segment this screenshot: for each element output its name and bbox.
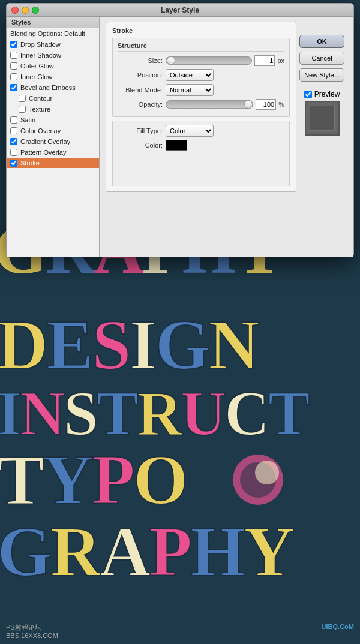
style-item-satin[interactable]: Satin [7, 115, 99, 125]
color-row: Color: [118, 140, 284, 151]
style-label: Gradient Overlay [20, 138, 70, 145]
fill-type-row: Fill Type: Color Gradient Pattern [118, 125, 284, 137]
style-label: Blending Options: Default [10, 30, 85, 37]
size-label: Size: [118, 57, 163, 64]
contour-checkbox[interactable] [19, 95, 26, 102]
style-label: Satin [20, 116, 35, 124]
position-select[interactable]: Outside Inside Center [166, 69, 214, 81]
opacity-input[interactable]: 100 [256, 99, 276, 110]
structure-box: Structure Size: 1 px Position: [112, 38, 290, 117]
style-label: Color Overlay [20, 127, 61, 134]
minimize-button[interactable] [22, 7, 29, 14]
bevel-emboss-checkbox[interactable] [10, 84, 17, 91]
blend-mode-select-wrapper: Normal Multiply Screen Overlay [166, 84, 214, 96]
action-buttons: OK Cancel New Style... Preview [299, 35, 344, 136]
pattern-overlay-checkbox[interactable] [10, 149, 17, 156]
style-label: Inner Glow [20, 73, 52, 80]
style-label: Bevel and Emboss [20, 84, 76, 91]
style-item-inner-glow[interactable]: Inner Glow [7, 71, 99, 82]
style-label: Drop Shadow [20, 41, 61, 48]
drop-shadow-checkbox[interactable] [10, 41, 17, 48]
typography-art: GRAPHY GRAPHY DESIGN INSTRUCT TYPO GRAPH… [0, 228, 360, 644]
stroke-section-title: Stroke [112, 27, 290, 34]
styles-panel: Styles Blending Options: Default Drop Sh… [7, 17, 100, 257]
position-label: Position: [118, 71, 163, 79]
opacity-slider[interactable] [166, 100, 253, 109]
fill-type-label: Fill Type: [118, 127, 163, 134]
style-label: Outer Glow [20, 62, 54, 70]
maximize-button[interactable] [32, 7, 39, 14]
preview-checkbox-row: Preview [304, 90, 340, 98]
size-unit: px [277, 57, 284, 64]
layer-style-dialog: Layer Style Styles Blending Options: Def… [6, 3, 354, 257]
titlebar-buttons [11, 7, 39, 14]
preview-checkbox[interactable] [304, 91, 312, 98]
inner-shadow-checkbox[interactable] [10, 52, 17, 59]
structure-title: Structure [118, 42, 284, 52]
style-item-stroke[interactable]: Stroke [7, 158, 99, 168]
svg-text:INSTRUCT: INSTRUCT [0, 378, 310, 449]
style-item-inner-shadow[interactable]: Inner Shadow [7, 50, 99, 61]
style-item-texture[interactable]: Texture [7, 104, 99, 115]
style-label: Stroke [20, 160, 40, 167]
style-item-bevel-emboss[interactable]: Bevel and Emboss [7, 82, 99, 93]
color-label: Color: [118, 142, 163, 149]
watermark-left-line1: PS教程论坛 [6, 623, 58, 632]
stroke-checkbox[interactable] [10, 160, 17, 167]
ok-button[interactable]: OK [299, 35, 344, 48]
cancel-button[interactable]: Cancel [299, 52, 344, 65]
watermark-left: PS教程论坛 BBS.16XX8.COM [6, 623, 58, 639]
size-row: Size: 1 px [118, 55, 284, 66]
style-label: Pattern Overlay [20, 149, 66, 156]
dialog-titlebar: Layer Style [7, 4, 353, 17]
satin-checkbox[interactable] [10, 116, 17, 124]
blend-mode-select[interactable]: Normal Multiply Screen Overlay [166, 84, 214, 96]
style-item-pattern-overlay[interactable]: Pattern Overlay [7, 147, 99, 158]
preview-inner [310, 106, 335, 131]
fill-type-section: Fill Type: Color Gradient Pattern Color: [112, 121, 290, 186]
preview-label: Preview [314, 90, 340, 98]
opacity-label: Opacity: [118, 101, 163, 108]
size-slider-container: 1 px [166, 55, 284, 66]
size-input[interactable]: 1 [254, 55, 275, 66]
fill-type-select[interactable]: Color Gradient Pattern [166, 125, 214, 137]
size-slider[interactable] [166, 56, 252, 65]
blend-mode-row: Blend Mode: Normal Multiply Screen Overl… [118, 84, 284, 96]
style-item-color-overlay[interactable]: Color Overlay [7, 125, 99, 136]
style-label: Contour [29, 95, 52, 102]
texture-checkbox[interactable] [19, 106, 26, 113]
opacity-unit: % [278, 101, 284, 108]
style-label: Inner Shadow [20, 52, 61, 59]
watermark-left-line2: BBS.16XX8.COM [6, 632, 58, 639]
style-item-drop-shadow[interactable]: Drop Shadow [7, 39, 99, 50]
styles-panel-header: Styles [7, 17, 99, 28]
stroke-section: Stroke Structure Size: 1 px Po [106, 22, 296, 192]
color-overlay-checkbox[interactable] [10, 127, 17, 134]
close-button[interactable] [11, 7, 19, 14]
svg-point-8 [255, 461, 279, 484]
inner-glow-checkbox[interactable] [10, 73, 17, 80]
watermark-right: UiBQ.CoM [322, 623, 354, 639]
fill-type-select-wrapper: Color Gradient Pattern [166, 125, 214, 137]
position-row: Position: Outside Inside Center [118, 69, 284, 81]
style-item-outer-glow[interactable]: Outer Glow [7, 61, 99, 71]
options-panel: Stroke Structure Size: 1 px Po [100, 17, 353, 257]
new-style-button[interactable]: New Style... [299, 68, 344, 82]
color-swatch[interactable] [166, 140, 187, 151]
style-item-contour[interactable]: Contour [7, 93, 99, 104]
preview-box [305, 101, 340, 136]
svg-text:DESIGN: DESIGN [0, 306, 259, 384]
opacity-slider-container: 100 % [166, 99, 284, 110]
gradient-overlay-checkbox[interactable] [10, 138, 17, 145]
watermark-bottom: PS教程论坛 BBS.16XX8.COM UiBQ.CoM [0, 623, 360, 639]
style-item-gradient-overlay[interactable]: Gradient Overlay [7, 136, 99, 147]
preview-section: Preview [299, 90, 344, 136]
outer-glow-checkbox[interactable] [10, 62, 17, 70]
svg-text:TYPO: TYPO [0, 441, 187, 519]
position-select-wrapper: Outside Inside Center [166, 69, 214, 81]
svg-text:GRAPHY: GRAPHY [0, 513, 293, 591]
dialog-title: Layer Style [161, 6, 199, 14]
style-item-blending[interactable]: Blending Options: Default [7, 28, 99, 39]
opacity-row: Opacity: 100 % [118, 99, 284, 110]
style-label: Texture [29, 106, 50, 113]
